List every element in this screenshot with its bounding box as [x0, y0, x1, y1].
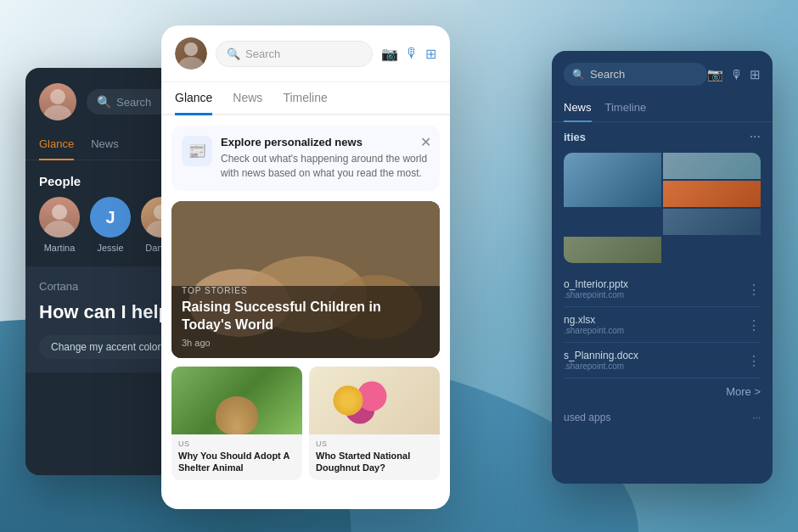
notification-title: Explore personalized news	[221, 136, 430, 148]
file-url: .sharepoint.com	[564, 361, 761, 371]
file-item-1[interactable]: o_Interior.pptx .sharepoint.com ⋮	[564, 272, 761, 307]
news-category: US	[171, 434, 302, 450]
tab-news[interactable]: News	[91, 131, 119, 160]
search-bar[interactable]: 🔍 Search	[216, 41, 373, 67]
person-name: Martina	[44, 243, 76, 253]
file-list: o_Interior.pptx .sharepoint.com ⋮ ng.xls…	[552, 272, 773, 378]
more-dots-icon[interactable]: ···	[750, 129, 761, 144]
svg-point-1	[44, 105, 71, 120]
news-card-title: Why You Should Adopt A Shelter Animal	[171, 450, 302, 481]
more-button-container: More >	[552, 378, 773, 405]
news-card-image	[309, 367, 440, 434]
search-icon: 🔍	[227, 48, 240, 60]
person-martina[interactable]: Martina	[39, 197, 80, 253]
news-card-puppy[interactable]: US Why You Should Adopt A Shelter Animal	[171, 367, 302, 481]
file-more-icon[interactable]: ⋮	[747, 281, 761, 297]
top-bar-icons: 📷 🎙 ⊞	[381, 46, 436, 62]
person-avatar	[39, 197, 80, 238]
grid-icon[interactable]: ⊞	[425, 46, 436, 62]
svg-point-3	[44, 221, 75, 238]
top-stories-label: TOP STORIES	[182, 286, 430, 295]
photo-cell-1	[564, 153, 661, 207]
file-item-2[interactable]: ng.xlsx .sharepoint.com ⋮	[564, 307, 761, 343]
tab-news[interactable]: News	[233, 82, 262, 115]
notification-icon: 📰	[182, 136, 212, 166]
center-card-header: 🔍 Search 📷 🎙 ⊞	[161, 25, 450, 82]
recently-dots-icon[interactable]: ···	[752, 412, 761, 423]
file-name: ng.xlsx	[564, 314, 761, 326]
file-more-icon[interactable]: ⋮	[747, 352, 761, 368]
avatar	[39, 83, 76, 120]
file-item-3[interactable]: s_Planning.docx .sharepoint.com ⋮	[564, 343, 761, 378]
photo-cell-3	[663, 181, 761, 207]
recently-used-label: used apps ···	[564, 412, 761, 423]
right-card-icons: 📷 🎙 ⊞	[707, 67, 761, 82]
svg-point-9	[178, 57, 204, 70]
file-url: .sharepoint.com	[564, 326, 761, 335]
more-link[interactable]: More >	[726, 385, 761, 398]
search-icon: 🔍	[97, 95, 111, 109]
news-hero-title: Raising Successful Children in Today's W…	[182, 299, 430, 334]
news-card-title: Who Started National Doughnut Day?	[309, 450, 440, 481]
file-name: s_Planning.docx	[564, 350, 761, 361]
photo-grid	[564, 153, 761, 263]
news-card-donuts[interactable]: US Who Started National Doughnut Day?	[309, 367, 440, 481]
right-card-tabs: News Timeline	[552, 94, 773, 122]
news-grid: US Why You Should Adopt A Shelter Animal…	[171, 367, 440, 481]
photo-cell-2	[663, 153, 761, 179]
file-url: .sharepoint.com	[564, 290, 761, 300]
activities-label: ities	[564, 131, 586, 143]
avatar	[175, 37, 207, 70]
tab-news[interactable]: News	[564, 94, 592, 122]
recently-used-section: used apps ···	[552, 405, 773, 435]
photo-cell-5	[564, 237, 661, 263]
photo-cell-4	[663, 209, 761, 235]
cards-container: 🔍 Search Glance News People Martina	[0, 0, 798, 532]
tab-glance[interactable]: Glance	[175, 82, 212, 115]
notification-content: Explore personalized news Check out what…	[221, 136, 430, 181]
right-card-header: 🔍 Search 📷 🎙 ⊞	[552, 51, 773, 94]
person-jessie[interactable]: J Jessie	[90, 197, 131, 253]
tab-glance[interactable]: Glance	[39, 131, 74, 160]
tab-timeline[interactable]: Timeline	[283, 82, 327, 115]
file-name: o_Interior.pptx	[564, 278, 761, 290]
news-time: 3h ago	[182, 338, 430, 348]
right-card: 🔍 Search 📷 🎙 ⊞ News Timeline ities ···	[552, 51, 773, 484]
news-hero[interactable]: TOP STORIES Raising Successful Children …	[171, 201, 440, 358]
tab-timeline[interactable]: Timeline	[605, 94, 647, 122]
center-card: 🔍 Search 📷 🎙 ⊞ Glance News Timeline 📰	[161, 25, 450, 509]
news-hero-content: TOP STORIES Raising Successful Children …	[171, 276, 440, 358]
svg-point-0	[50, 89, 65, 104]
search-label: Search	[116, 96, 151, 109]
grid-icon[interactable]: ⊞	[750, 67, 761, 82]
mic-icon[interactable]: 🎙	[730, 67, 743, 82]
camera-icon[interactable]: 📷	[381, 46, 398, 62]
person-avatar: J	[90, 197, 131, 238]
file-more-icon[interactable]: ⋮	[747, 316, 761, 333]
news-card-image	[171, 367, 302, 434]
search-bar[interactable]: 🔍 Search	[564, 63, 707, 86]
search-label: Search	[590, 68, 625, 81]
search-placeholder: Search	[245, 48, 280, 60]
notification-description: Check out what's happening around the wo…	[221, 152, 430, 181]
center-card-tabs: Glance News Timeline	[161, 82, 450, 115]
svg-point-2	[52, 204, 67, 220]
svg-point-8	[184, 42, 198, 56]
person-name: Jessie	[97, 243, 123, 253]
mic-icon[interactable]: 🎙	[405, 46, 419, 61]
notification-card: 📰 Explore personalized news Check out wh…	[171, 126, 440, 191]
close-icon[interactable]: ✕	[420, 134, 431, 150]
search-icon: 🔍	[572, 69, 585, 81]
camera-icon[interactable]: 📷	[707, 67, 723, 82]
news-category: US	[309, 434, 440, 450]
change-accent-button[interactable]: Change my accent color	[39, 335, 172, 359]
activities-header: ities ···	[552, 122, 773, 144]
